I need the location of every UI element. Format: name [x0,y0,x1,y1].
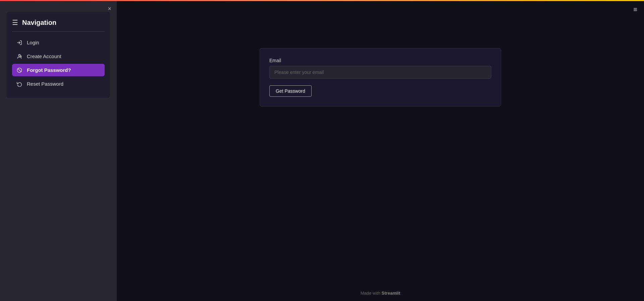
sidebar-item-reset-password-label: Reset Password [27,81,63,87]
svg-line-5 [18,69,21,72]
sidebar-item-create-account-label: Create Account [27,53,61,59]
email-input[interactable] [269,66,491,79]
sidebar-nav-header: ☰ Navigation [12,18,105,32]
sidebar-nav-card: ☰ Navigation Login [7,12,110,98]
reset-password-icon [16,81,23,87]
forgot-password-icon [16,68,23,73]
navigation-icon: ☰ [12,18,18,27]
forgot-password-form-card: Email Get Password [260,48,501,106]
footer: Made with Streamlit [361,291,400,296]
sidebar-item-forgot-password[interactable]: Forgot Password? [12,64,105,76]
footer-prefix: Made with [361,291,382,296]
svg-point-1 [18,54,20,56]
footer-brand: Streamlit [382,291,400,296]
sidebar-item-forgot-password-label: Forgot Password? [27,67,71,73]
sidebar-close-button[interactable]: × [108,6,111,12]
sidebar-item-reset-password[interactable]: Reset Password [12,78,105,90]
navigation-title: Navigation [22,19,56,27]
login-icon [16,40,23,45]
sidebar-item-login[interactable]: Login [12,36,105,49]
email-label: Email [269,58,491,63]
sidebar-item-create-account[interactable]: Create Account [12,50,105,62]
create-account-icon [16,54,23,59]
get-password-button[interactable]: Get Password [269,85,312,97]
hamburger-button[interactable]: ≡ [633,6,637,13]
sidebar: × ☰ Navigation Login [0,1,117,301]
sidebar-item-login-label: Login [27,40,39,45]
main-content: ≡ Email Get Password Made with Streamlit [117,1,644,301]
